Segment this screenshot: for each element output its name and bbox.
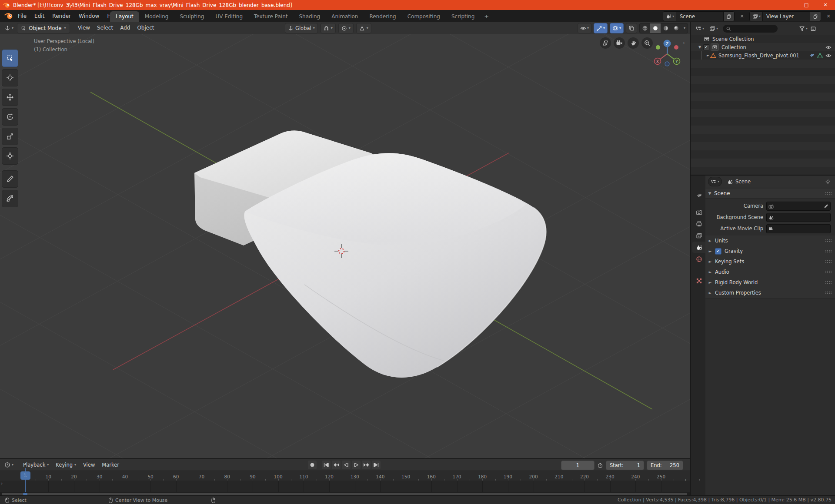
- timeline-menu-marker[interactable]: Marker: [98, 459, 123, 471]
- timeline-editor-type-button[interactable]: ▾: [3, 461, 15, 469]
- eye-icon[interactable]: [825, 44, 832, 50]
- scene-unlink-button[interactable]: ✕: [738, 13, 746, 19]
- workspace-tab-texture-paint[interactable]: Texture Paint: [248, 11, 293, 22]
- tab-tool[interactable]: [692, 190, 705, 201]
- timeline-menu-view[interactable]: View: [80, 459, 98, 471]
- scene-browse-button[interactable]: ▾: [663, 12, 676, 21]
- editor-type-button[interactable]: ▾: [3, 24, 15, 32]
- blender-menu-icon[interactable]: [4, 12, 13, 20]
- show-overlays-toggle[interactable]: ▾: [610, 23, 624, 33]
- jump-to-start-button[interactable]: [322, 461, 331, 469]
- workspace-tab-rendering[interactable]: Rendering: [364, 11, 401, 22]
- gizmo-axis-y-pos[interactable]: [656, 45, 660, 50]
- panel-drag-handle[interactable]: [825, 239, 832, 242]
- view-layer-name[interactable]: View Layer: [763, 13, 810, 20]
- topbar-menu-window[interactable]: Window: [75, 10, 103, 22]
- shading-solid-button[interactable]: [650, 23, 661, 33]
- object-visibility-dropdown[interactable]: ▾: [578, 23, 591, 33]
- panel-drag-handle[interactable]: [825, 291, 832, 295]
- tool-select-box[interactable]: [2, 50, 18, 67]
- gizmo-axis-z-neg[interactable]: [665, 62, 669, 66]
- stopwatch-icon[interactable]: [597, 462, 603, 468]
- workspace-tab-shading[interactable]: Shading: [293, 11, 326, 22]
- workspace-tab-uv-editing[interactable]: UV Editing: [210, 11, 248, 22]
- viewport-menu-add[interactable]: Add: [117, 22, 134, 34]
- tool-scale[interactable]: [2, 128, 18, 145]
- falloff-widget[interactable]: ▾: [356, 23, 371, 33]
- tool-annotate[interactable]: [2, 170, 18, 188]
- viewport-canvas[interactable]: User Perspective (Local) (1) Collection …: [0, 34, 690, 458]
- new-collection-button[interactable]: [809, 25, 818, 33]
- timeline-track[interactable]: [0, 481, 690, 492]
- camera-view-button[interactable]: [614, 37, 625, 49]
- play-button[interactable]: [352, 461, 361, 469]
- panel-drag-handle[interactable]: [825, 270, 832, 274]
- outliner-display-mode-dropdown[interactable]: ▾: [694, 25, 705, 33]
- window-minimize-button[interactable]: ─: [778, 0, 797, 10]
- properties-editor-type-button[interactable]: ▾: [708, 177, 722, 186]
- panel-drag-handle[interactable]: [825, 249, 832, 253]
- tool-transform[interactable]: [2, 147, 18, 165]
- workspace-tab-animation[interactable]: Animation: [326, 11, 364, 22]
- add-workspace-button[interactable]: +: [480, 11, 493, 22]
- tab-render[interactable]: [692, 206, 705, 218]
- tab-world[interactable]: [692, 253, 705, 265]
- active-movie-clip-field[interactable]: [766, 224, 831, 233]
- tool-move[interactable]: [2, 89, 18, 106]
- workspace-tab-sculpting[interactable]: Sculpting: [174, 11, 210, 22]
- scene-copy-button[interactable]: [723, 12, 734, 21]
- navigation-gizmo[interactable]: Z X Y: [652, 39, 682, 69]
- frame-start-field[interactable]: Start: 1: [606, 461, 644, 470]
- zoom-view-button[interactable]: [641, 37, 653, 49]
- viewport-menu-view[interactable]: View: [74, 22, 94, 34]
- toggle-grid-button[interactable]: [600, 37, 611, 49]
- panel-header-units[interactable]: ►Units: [705, 235, 835, 246]
- current-frame-field[interactable]: 1: [561, 461, 595, 470]
- outliner-row-collection[interactable]: ▼ ✓ Collection: [691, 43, 835, 51]
- expand-arrow-icon[interactable]: ▼: [698, 45, 702, 49]
- transform-orientation-dropdown[interactable]: Global ▾: [285, 23, 318, 33]
- tool-rotate[interactable]: [2, 108, 18, 126]
- view-layer-remove-button[interactable]: ✕: [825, 13, 832, 19]
- shading-dropdown[interactable]: ▾: [681, 23, 688, 33]
- window-maximize-button[interactable]: □: [797, 0, 816, 10]
- xray-toggle[interactable]: [626, 23, 637, 33]
- frame-end-field[interactable]: End: 250: [647, 461, 683, 470]
- snap-widget[interactable]: ▾: [321, 23, 336, 33]
- panel-header-rigid-body-world[interactable]: ►Rigid Body World: [705, 277, 835, 288]
- background-scene-field[interactable]: [766, 213, 831, 222]
- tool-measure[interactable]: [2, 190, 18, 207]
- eyedropper-icon[interactable]: [823, 204, 828, 209]
- play-reverse-button[interactable]: [342, 461, 351, 469]
- shading-wireframe-button[interactable]: [640, 23, 650, 33]
- tab-view-layer[interactable]: [692, 230, 705, 241]
- panel-drag-handle[interactable]: [825, 192, 832, 195]
- tab-output[interactable]: [692, 218, 705, 229]
- outliner-search-input[interactable]: [723, 25, 778, 33]
- window-close-button[interactable]: ✕: [816, 0, 835, 10]
- prev-keyframe-button[interactable]: [332, 461, 341, 469]
- tab-texture[interactable]: [692, 275, 705, 286]
- topbar-menu-file[interactable]: File: [14, 10, 30, 22]
- panel-header-custom-properties[interactable]: ►Custom Properties: [705, 288, 835, 298]
- pin-icon[interactable]: [825, 179, 831, 185]
- tool-cursor[interactable]: [2, 69, 18, 86]
- gizmo-axis-x-pos[interactable]: [674, 45, 678, 50]
- panel-header-keying-sets[interactable]: ►Keying Sets: [705, 256, 835, 267]
- collection-checkbox[interactable]: ✓: [703, 44, 709, 50]
- panel-header-audio[interactable]: ►Audio: [705, 267, 835, 278]
- outliner-row-scene-collection[interactable]: Scene Collection: [691, 35, 835, 43]
- sidebar-collapse-arrow[interactable]: ‹: [683, 40, 685, 46]
- eye-icon[interactable]: [825, 53, 832, 59]
- topbar-menu-edit[interactable]: Edit: [30, 10, 48, 22]
- gravity-checkbox[interactable]: ✓: [715, 248, 721, 255]
- playhead-line[interactable]: [25, 468, 26, 492]
- shading-material-button[interactable]: [661, 23, 671, 33]
- topbar-menu-render[interactable]: Render: [48, 10, 75, 22]
- tab-scene[interactable]: [692, 242, 705, 253]
- panel-header-gravity[interactable]: ►✓Gravity: [705, 246, 835, 257]
- workspace-tab-modeling[interactable]: Modeling: [139, 11, 174, 22]
- outliner-filter-button[interactable]: ▾: [798, 25, 809, 33]
- view-layer-copy-button[interactable]: [810, 12, 821, 21]
- mode-dropdown[interactable]: Object Mode ▾: [17, 23, 70, 33]
